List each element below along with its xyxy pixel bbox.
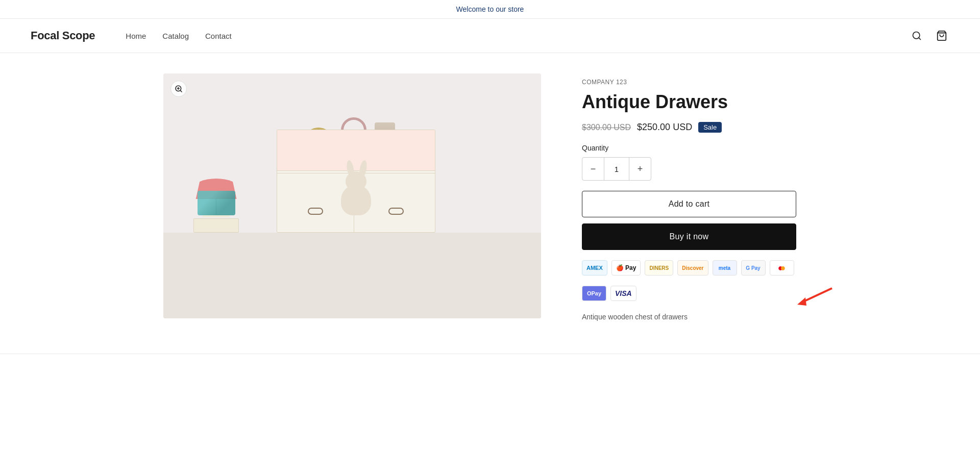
payment-visa: VISA [610,286,636,301]
payment-opay: OPay [582,286,606,301]
zoom-icon [175,85,183,93]
red-arrow-annotation [786,283,837,309]
sale-badge: Sale [698,122,722,133]
search-icon [912,31,922,41]
floor [163,233,541,318]
nav-catalog[interactable]: Catalog [162,32,189,40]
header-icons [910,28,949,43]
product-vendor: COMPANY 123 [582,79,796,86]
site-logo[interactable]: Focal Scope [31,29,95,42]
svg-line-4 [180,90,182,92]
quantity-decrease-button[interactable]: − [582,158,604,180]
quantity-label: Quantity [582,144,796,152]
announcement-text: Welcome to our store [456,5,524,13]
nav-home[interactable]: Home [126,32,146,40]
payment-meta: meta [713,260,737,275]
product-info: COMPANY 123 Antique Drawers $300.00 USD … [582,73,796,323]
lamp-table [193,218,239,233]
payment-discover: Discover [677,260,708,275]
original-price: $300.00 USD [582,123,631,132]
product-title: Antique Drawers [582,91,796,113]
search-button[interactable] [910,29,924,43]
pricing: $300.00 USD $250.00 USD Sale [582,122,796,133]
svg-marker-8 [797,297,806,306]
quantity-value: 1 [604,158,629,180]
product-description: Antique wooden chest of drawers [582,311,796,322]
zoom-button[interactable] [170,81,187,97]
cart-icon [936,30,947,41]
buy-it-now-button[interactable]: Buy it now [582,223,796,250]
sale-price: $250.00 USD [637,122,692,133]
drawer-handle-right [388,208,404,215]
svg-line-1 [919,38,921,40]
payment-diners: DINERS [645,260,673,275]
add-to-cart-button[interactable]: Add to cart [582,191,796,217]
product-image [163,73,541,318]
announcement-bar: Welcome to our store [0,0,980,19]
room-scene [163,73,541,318]
payment-apple-pay: 🍎 Pay [611,260,641,275]
quantity-control: − 1 + [582,157,651,181]
payment-mastercard: ●● [770,260,794,275]
header: Focal Scope Home Catalog Contact [0,19,980,53]
cart-button[interactable] [934,28,949,43]
blanket [198,191,235,215]
payment-icons: AMEX 🍎 Pay DINERS Discover meta G Pay ●● [582,260,796,275]
product-image-container [163,73,541,318]
bunny-body [341,185,371,215]
payment-google-pay: G Pay [741,260,766,275]
quantity-increase-button[interactable]: + [629,158,651,180]
nav-contact[interactable]: Contact [205,32,232,40]
drawer-handle-left [308,208,323,215]
bunny-toy [341,171,371,215]
main-content: COMPANY 123 Antique Drawers $300.00 USD … [133,73,847,323]
footer [0,354,980,374]
payment-amex: AMEX [582,260,607,275]
svg-line-7 [801,288,832,303]
payment-row-2: OPay VISA [582,286,796,301]
main-nav: Home Catalog Contact [126,32,910,40]
drawer-top [277,130,435,171]
